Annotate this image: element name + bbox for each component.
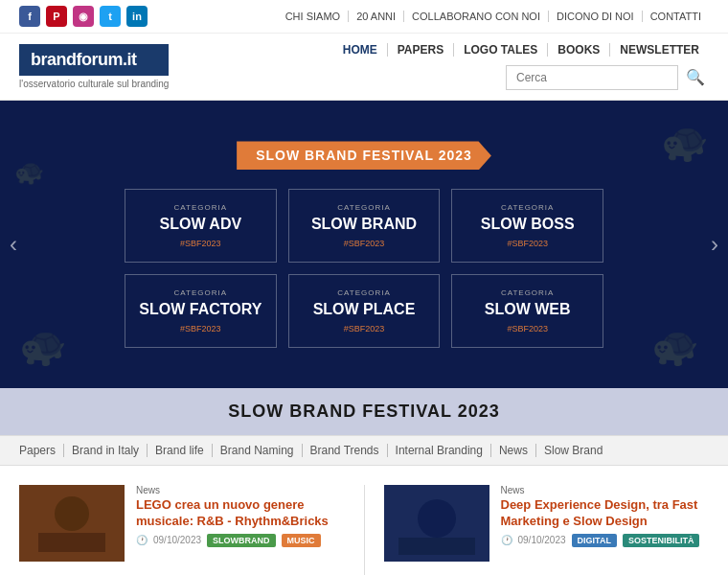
top-nav-20anni[interactable]: 20 ANNI: [349, 11, 404, 22]
slider-next-button[interactable]: ›: [711, 231, 718, 258]
article-1: News LEGO crea un nuovo genere musicale:…: [19, 485, 345, 575]
turtle-decor-tr: 🐢: [661, 120, 709, 165]
articles-section: News LEGO crea un nuovo genere musicale:…: [0, 466, 728, 575]
svg-rect-2: [38, 533, 105, 552]
hero-card-title-5: SLOW WEB: [485, 301, 571, 318]
article-1-badge-slowbrand[interactable]: SLOWBRAND: [207, 534, 276, 547]
turtle-decor-br: 🐢: [651, 324, 699, 369]
hero-card-cat-4: CATEGORIA: [337, 288, 391, 297]
pinterest-icon[interactable]: P: [46, 6, 67, 27]
cat-nav-brand-life[interactable]: Brand life: [148, 444, 213, 457]
hero-card-slow-adv[interactable]: CATEGORIA SLOW ADV #SBF2023: [125, 189, 277, 263]
social-icons: f P ◉ t in: [19, 6, 148, 27]
clock-icon-2: 🕐: [501, 535, 512, 545]
article-1-image[interactable]: [19, 485, 125, 562]
hero-card-slow-boss[interactable]: CATEGORIA SLOW BOSS #SBF2023: [451, 189, 603, 263]
hero-card-slow-brand[interactable]: CATEGORIA SLOW BRAND #SBF2023: [288, 189, 441, 263]
hero-card-slow-web[interactable]: CATEGORIA SLOW WEB #SBF2023: [451, 274, 603, 348]
search-button[interactable]: 🔍: [682, 64, 709, 90]
hero-badge: SLOW BRAND FESTIVAL 2023: [237, 141, 491, 170]
article-2-badge-digital[interactable]: DIGITAL: [572, 534, 617, 547]
top-nav: CHI SIAMO 20 ANNI COLLABORANO CON NOI DI…: [278, 11, 709, 22]
turtle-decor-tl: 🐢: [14, 158, 44, 186]
slider-prev-button[interactable]: ‹: [10, 231, 17, 258]
festival-bar: SLOW BRAND FESTIVAL 2023: [0, 388, 728, 435]
article-2-date: 09/10/2023: [518, 535, 566, 545]
hero-card-slow-factory[interactable]: CATEGORIA SLOW FACTORY #SBF2023: [125, 274, 277, 348]
twitter-icon[interactable]: t: [100, 6, 121, 27]
linkedin-icon[interactable]: in: [126, 6, 148, 27]
article-1-meta: 🕐 09/10/2023 SLOWBRAND MUSIC: [136, 534, 345, 547]
hero-card-cat-0: CATEGORIA: [174, 203, 228, 212]
hero-card-tag-1: #SBF2023: [344, 239, 385, 248]
nav-home[interactable]: HOME: [333, 43, 388, 57]
hero-slider: 🐢 🐢 🐢 🐢 ‹ SLOW BRAND FESTIVAL 2023 CATEG…: [0, 101, 728, 388]
cat-nav-brand-trends[interactable]: Brand Trends: [303, 444, 388, 457]
logo-area: brandforum.it l'osservatorio culturale s…: [19, 44, 169, 89]
article-1-date: 09/10/2023: [153, 535, 201, 545]
svg-point-4: [418, 499, 456, 538]
hero-card-title-4: SLOW PLACE: [313, 301, 416, 318]
hero-card-title-2: SLOW BOSS: [481, 216, 575, 233]
hero-card-cat-3: CATEGORIA: [174, 288, 228, 297]
svg-rect-5: [398, 538, 475, 555]
main-nav: HOME PAPERS LOGO TALES BOOKS NEWSLETTER: [333, 43, 709, 57]
top-nav-contatti[interactable]: CONTATTI: [643, 11, 709, 22]
turtle-decor-bl: 🐢: [19, 324, 67, 369]
facebook-icon[interactable]: f: [19, 6, 40, 27]
article-1-badge-music[interactable]: MUSIC: [282, 534, 321, 547]
cat-nav-brand-naming[interactable]: Brand Naming: [213, 444, 303, 457]
nav-newsletter[interactable]: NEWSLETTER: [610, 43, 709, 57]
top-bar: f P ◉ t in CHI SIAMO 20 ANNI COLLABORANO…: [0, 0, 728, 34]
search-input[interactable]: [506, 65, 678, 90]
nav-papers[interactable]: PAPERS: [388, 43, 454, 57]
article-2-image[interactable]: [384, 485, 489, 562]
nav-logo-tales[interactable]: LOGO TALES: [454, 43, 548, 57]
cat-nav-slow-brand[interactable]: Slow Brand: [536, 444, 610, 457]
hero-card-cat-5: CATEGORIA: [501, 288, 555, 297]
article-1-news-label: News: [136, 485, 345, 495]
top-nav-dicono[interactable]: DICONO DI NOI: [549, 11, 643, 22]
header: brandforum.it l'osservatorio culturale s…: [0, 34, 728, 101]
articles-divider: [364, 485, 365, 575]
nav-books[interactable]: BOOKS: [548, 43, 610, 57]
hero-card-tag-3: #SBF2023: [180, 324, 221, 334]
article-1-content: News LEGO crea un nuovo genere musicale:…: [136, 485, 345, 562]
header-right: HOME PAPERS LOGO TALES BOOKS NEWSLETTER …: [333, 43, 709, 90]
article-2-title[interactable]: Deep Experience Design, tra Fast Marketi…: [501, 497, 710, 530]
cat-nav-news[interactable]: News: [491, 444, 536, 457]
article-2-content: News Deep Experience Design, tra Fast Ma…: [501, 485, 710, 562]
hero-card-title-0: SLOW ADV: [160, 216, 242, 233]
search-bar: 🔍: [506, 64, 709, 90]
clock-icon-1: 🕐: [136, 535, 148, 545]
article-1-title[interactable]: LEGO crea un nuovo genere musicale: R&B …: [136, 497, 345, 530]
article-2: News Deep Experience Design, tra Fast Ma…: [384, 485, 710, 575]
hero-card-title-1: SLOW BRAND: [311, 216, 417, 233]
top-nav-chi-siamo[interactable]: CHI SIAMO: [278, 11, 349, 22]
hero-card-slow-place[interactable]: CATEGORIA SLOW PLACE #SBF2023: [288, 274, 441, 348]
article-2-meta: 🕐 09/10/2023 DIGITAL SOSTENIBILITÀ: [501, 534, 710, 547]
logo-tagline: l'osservatorio culturale sul branding: [19, 79, 169, 89]
instagram-icon[interactable]: ◉: [73, 6, 94, 27]
hero-grid: CATEGORIA SLOW ADV #SBF2023 CATEGORIA SL…: [125, 189, 603, 347]
hero-card-title-3: SLOW FACTORY: [139, 301, 262, 318]
hero-card-cat-1: CATEGORIA: [337, 203, 391, 212]
top-nav-collaborano[interactable]: COLLABORANO CON NOI: [404, 11, 549, 22]
cat-nav-internal-branding[interactable]: Internal Branding: [388, 444, 491, 457]
article-2-inner: News Deep Experience Design, tra Fast Ma…: [384, 485, 710, 562]
hero-card-tag-0: #SBF2023: [180, 239, 221, 248]
hero-card-tag-4: #SBF2023: [344, 324, 385, 334]
hero-card-cat-2: CATEGORIA: [501, 203, 555, 212]
article-2-news-label: News: [501, 485, 710, 495]
article-1-inner: News LEGO crea un nuovo genere musicale:…: [19, 485, 345, 562]
category-nav: Papers Brand in Italy Brand life Brand N…: [0, 435, 728, 466]
cat-nav-brand-in-italy[interactable]: Brand in Italy: [64, 444, 148, 457]
logo[interactable]: brandforum.it: [19, 44, 169, 76]
article-2-badge-sostenibilita[interactable]: SOSTENIBILITÀ: [623, 534, 700, 547]
hero-card-tag-2: #SBF2023: [507, 239, 548, 248]
svg-point-1: [55, 496, 89, 531]
hero-card-tag-5: #SBF2023: [507, 324, 548, 334]
cat-nav-papers[interactable]: Papers: [19, 444, 64, 457]
